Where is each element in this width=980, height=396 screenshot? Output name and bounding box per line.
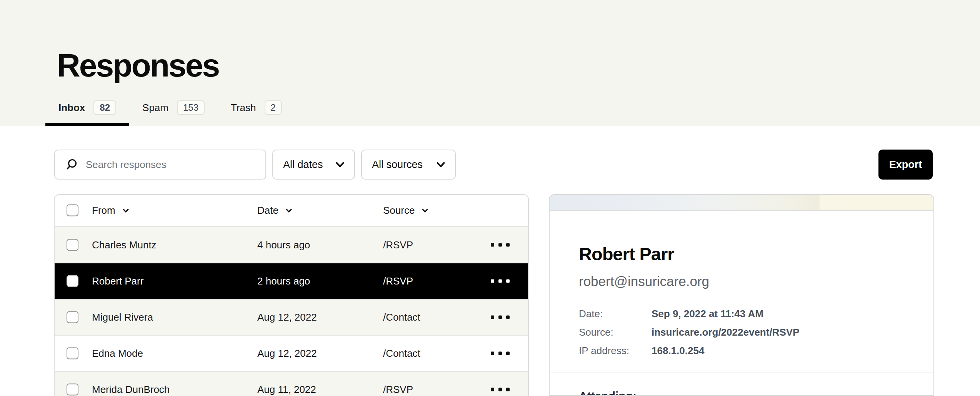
search-input[interactable] <box>86 159 258 171</box>
row-date: Aug 11, 2022 <box>257 384 316 396</box>
row-menu-button[interactable] <box>488 384 512 395</box>
sort-chevron-icon[interactable] <box>285 206 293 215</box>
row-date: 4 hours ago <box>257 239 310 251</box>
responses-page: Responses Inbox 82 Spam 153 Trash 2 All … <box>0 0 980 396</box>
row-checkbox[interactable] <box>67 239 78 251</box>
dates-filter-label: All dates <box>283 159 323 171</box>
tab-trash[interactable]: Trash 2 <box>218 92 295 126</box>
sort-chevron-icon[interactable] <box>421 206 429 215</box>
row-date: Aug 12, 2022 <box>257 348 317 359</box>
row-source: /RSVP <box>383 239 413 251</box>
meta-value: 168.1.0.254 <box>652 344 704 357</box>
chevron-down-icon <box>335 160 345 170</box>
chevron-down-icon <box>436 160 446 170</box>
row-date: Aug 12, 2022 <box>257 311 317 323</box>
export-button[interactable]: Export <box>878 150 933 180</box>
row-from: Robert Parr <box>92 275 143 287</box>
row-menu-button[interactable] <box>488 348 512 359</box>
tab-trash-label: Trash <box>231 102 256 114</box>
response-detail-panel: Robert Parr robert@insuricare.org Date: … <box>549 194 934 396</box>
row-from: Edna Mode <box>92 348 143 359</box>
tab-spam-count-badge: 153 <box>177 100 205 115</box>
sources-filter-dropdown[interactable]: All sources <box>361 150 456 180</box>
sources-filter-label: All sources <box>372 159 423 171</box>
dates-filter-dropdown[interactable]: All dates <box>272 150 355 180</box>
tab-inbox[interactable]: Inbox 82 <box>45 92 129 126</box>
tab-bar: Inbox 82 Spam 153 Trash 2 <box>45 92 295 126</box>
column-header-source[interactable]: Source <box>383 205 415 216</box>
meta-value: insuricare.org/2022event/RSVP <box>652 326 799 339</box>
tab-inbox-label: Inbox <box>58 102 85 114</box>
search-box <box>54 150 266 180</box>
row-from: Charles Muntz <box>92 239 157 251</box>
row-menu-button[interactable] <box>488 276 512 287</box>
select-all-checkbox[interactable] <box>67 205 78 216</box>
table-row[interactable]: Miguel Rivera Aug 12, 2022 /Contact <box>55 299 528 335</box>
divider <box>550 373 934 373</box>
table-header-row: From Date Source <box>55 195 528 226</box>
detail-email: robert@insuricare.org <box>579 273 904 290</box>
detail-meta: Date: Sep 9, 2022 at 11:43 AM Source: in… <box>579 307 904 357</box>
tab-inbox-count-badge: 82 <box>93 100 116 115</box>
page-title: Responses <box>57 47 219 84</box>
row-checkbox[interactable] <box>67 348 78 359</box>
header-band: Responses Inbox 82 Spam 153 Trash 2 <box>0 0 980 126</box>
search-icon <box>65 158 78 171</box>
meta-label: Source: <box>579 326 652 339</box>
responses-table: From Date Source Charles Muntz 4 hours a… <box>54 194 529 396</box>
row-source: /RSVP <box>383 275 413 287</box>
tab-spam-label: Spam <box>142 102 168 114</box>
sort-chevron-icon[interactable] <box>122 206 130 215</box>
column-header-date[interactable]: Date <box>257 205 278 216</box>
table-row[interactable]: Edna Mode Aug 12, 2022 /Contact <box>55 335 528 371</box>
attending-section-title: Attending: <box>579 389 904 396</box>
row-from: Miguel Rivera <box>92 311 153 323</box>
row-checkbox[interactable] <box>67 275 78 287</box>
row-checkbox[interactable] <box>67 384 78 396</box>
row-source: /RSVP <box>383 384 413 396</box>
table-row[interactable]: Charles Muntz 4 hours ago /RSVP <box>55 226 528 263</box>
tab-trash-count-badge: 2 <box>265 100 282 115</box>
row-from: Merida DunBroch <box>92 384 170 396</box>
meta-row-date: Date: Sep 9, 2022 at 11:43 AM <box>579 307 904 320</box>
meta-row-source: Source: insuricare.org/2022event/RSVP <box>579 326 904 339</box>
row-menu-button[interactable] <box>488 240 512 251</box>
table-row-selected[interactable]: Robert Parr 2 hours ago /RSVP <box>55 263 528 299</box>
table-row[interactable]: Merida DunBroch Aug 11, 2022 /RSVP <box>55 371 528 396</box>
row-menu-button[interactable] <box>488 312 512 323</box>
tab-spam[interactable]: Spam 153 <box>129 92 218 126</box>
column-header-from[interactable]: From <box>92 205 115 216</box>
row-source: /Contact <box>383 311 420 323</box>
row-source: /Contact <box>383 348 420 359</box>
meta-value: Sep 9, 2022 at 11:43 AM <box>652 307 763 320</box>
detail-name: Robert Parr <box>579 244 904 264</box>
meta-row-ip: IP address: 168.1.0.254 <box>579 344 904 357</box>
row-checkbox[interactable] <box>67 311 78 323</box>
row-date: 2 hours ago <box>257 275 310 287</box>
detail-gradient-strip <box>550 195 933 211</box>
meta-label: Date: <box>579 307 652 320</box>
meta-label: IP address: <box>579 344 652 357</box>
